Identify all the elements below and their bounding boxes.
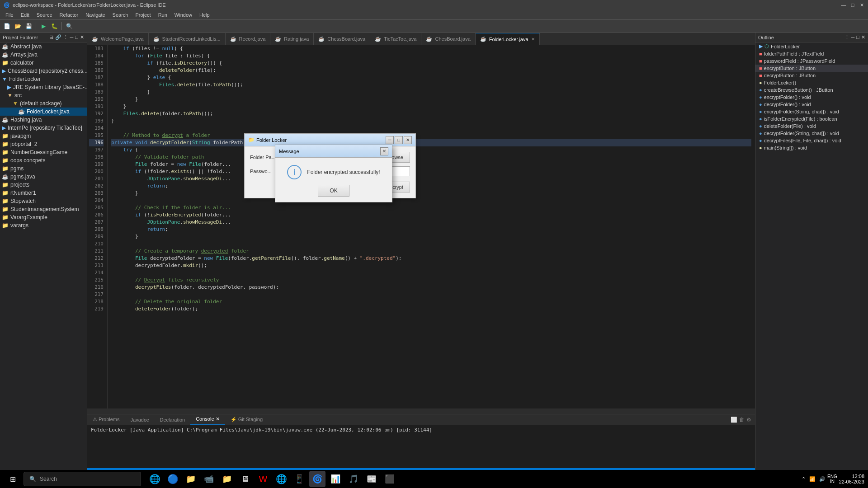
- tree-chessboard[interactable]: ▶ ChessBoard [repository2 chess...: [0, 67, 87, 75]
- menu-refactor[interactable]: Refactor: [56, 11, 82, 19]
- menu-search[interactable]: Search: [109, 11, 132, 19]
- taskbar-app-12[interactable]: 📰: [363, 471, 380, 487]
- outline-method-decrypt2[interactable]: ● decryptFolder(String, char[]) : void: [755, 130, 868, 137]
- link-icon[interactable]: 🔗: [55, 34, 61, 40]
- tree-folderlocker[interactable]: ▼ FolderLocker: [0, 75, 87, 83]
- start-button[interactable]: ⊞: [4, 472, 22, 486]
- console-settings-icon[interactable]: ⚙: [746, 417, 751, 423]
- tab-folderlocker[interactable]: ☕FolderLocker.java ✕: [476, 33, 540, 45]
- menu-file[interactable]: File: [2, 11, 17, 19]
- horizontal-scrollbar[interactable]: [87, 408, 755, 414]
- tree-numberguessinggame[interactable]: 📁 NumberGuessingGame: [0, 148, 87, 156]
- tree-src[interactable]: ▼ src: [0, 91, 87, 99]
- tab-record[interactable]: ☕Record.java: [226, 33, 271, 45]
- taskbar-search[interactable]: 🔍 Search: [24, 472, 141, 486]
- tab-tictactoe[interactable]: ☕TicTacToe.java: [370, 33, 421, 45]
- panel-menu-icon[interactable]: ⋮: [63, 34, 68, 40]
- outline-class-folderlocker[interactable]: ▶ ⬡ FolderLocker: [755, 42, 868, 50]
- maximize-panel-icon[interactable]: □: [75, 34, 78, 40]
- code-editor[interactable]: 183184185 186187188 189190191 192193194 …: [87, 45, 755, 408]
- taskbar-clock[interactable]: 12:08 22-06-2023: [839, 474, 864, 484]
- taskbar-app-7[interactable]: W: [255, 471, 271, 487]
- taskbar-app-9[interactable]: 📱: [291, 471, 307, 487]
- taskbar-app-13[interactable]: ⬛: [382, 471, 398, 487]
- tab-welcomepage[interactable]: ☕WelcomePage.java: [87, 33, 149, 45]
- outline-method-isencrypted[interactable]: ● isFolderEncrypted(File) : boolean: [755, 115, 868, 122]
- console-toolbar-icon[interactable]: ⬜: [731, 417, 737, 423]
- outline-method-encrypt2[interactable]: ● encryptFolder(String, char[]) : void: [755, 108, 868, 115]
- close-button[interactable]: ✕: [859, 2, 864, 8]
- outline-close-icon[interactable]: ✕: [861, 34, 865, 40]
- outline-minimize-icon[interactable]: ─: [851, 34, 855, 40]
- collapse-icon[interactable]: ⊟: [49, 34, 53, 40]
- volume-icon[interactable]: 🔊: [819, 476, 826, 482]
- menu-help[interactable]: Help: [196, 11, 213, 19]
- chevron-icon[interactable]: ⌃: [802, 476, 806, 482]
- tree-abstract-java[interactable]: ☕ Abstract.java: [0, 42, 87, 51]
- tab-close-folderlocker[interactable]: ✕: [531, 37, 535, 42]
- outline-method-decryptfiles[interactable]: ● decryptFiles(File, File, char[]) : voi…: [755, 137, 868, 144]
- fl-maximize-btn[interactable]: □: [395, 136, 403, 144]
- tab-javadoc[interactable]: Javadoc: [125, 414, 155, 425]
- network-icon[interactable]: 📶: [809, 476, 816, 482]
- tree-studentmanagement[interactable]: 📁 StudentmanagementSystem: [0, 205, 87, 213]
- outline-field-password[interactable]: ■ passwordField : JPasswordField: [755, 57, 868, 65]
- save-button[interactable]: 💾: [24, 21, 33, 31]
- new-button[interactable]: 📄: [2, 21, 12, 31]
- tree-rtnumber1[interactable]: 📁 rtNumber1: [0, 189, 87, 197]
- open-button[interactable]: 📂: [13, 21, 23, 31]
- tree-pgms-java[interactable]: ☕ pgms.java: [0, 173, 87, 181]
- tab-problems[interactable]: ⚠ Problems: [87, 414, 125, 425]
- tree-javapgm[interactable]: 📁 javapgm: [0, 132, 87, 140]
- taskbar-app-4[interactable]: 📹: [201, 471, 217, 487]
- console-clear-icon[interactable]: 🗑: [739, 417, 745, 423]
- debug-button[interactable]: 🐛: [49, 21, 59, 31]
- search-toolbar-button[interactable]: 🔍: [64, 21, 74, 31]
- outline-field-encrypt[interactable]: ■ encryptButton : JButton: [755, 65, 868, 72]
- outline-method-deletefolder[interactable]: ● deleteFolder(File) : void: [755, 122, 868, 130]
- taskbar-app-1[interactable]: 🌐: [146, 471, 163, 487]
- tree-projects[interactable]: 📁 projects: [0, 181, 87, 189]
- tree-folderlocker-java[interactable]: ☕ FolderLocker.java: [0, 108, 87, 116]
- taskbar-app-11[interactable]: 🎵: [345, 471, 362, 487]
- tree-jre-library[interactable]: ▶ JRE System Library [JavaSE-...: [0, 83, 87, 91]
- tree-varargexample[interactable]: 📁 VarargExample: [0, 213, 87, 221]
- tab-chesboard[interactable]: ☕ChesBoard.java: [421, 33, 475, 45]
- outline-method-decrypt1[interactable]: ● decryptFolder() : void: [755, 101, 868, 108]
- outline-method-main[interactable]: ● main(String[]) : void: [755, 144, 868, 151]
- taskbar-app-2[interactable]: 🔵: [165, 471, 181, 487]
- tree-hashing[interactable]: ☕ Hashing.java: [0, 116, 87, 124]
- tree-varargs[interactable]: 📁 varargs: [0, 221, 87, 230]
- tab-rating[interactable]: ☕Rating.java: [270, 33, 314, 45]
- fl-minimize-btn[interactable]: ─: [386, 136, 394, 144]
- run-button[interactable]: ▶: [38, 21, 48, 31]
- tree-jobportal[interactable]: 📁 jobportal_2: [0, 140, 87, 148]
- outline-method-encrypt1[interactable]: ● encryptFolder() : void: [755, 94, 868, 101]
- menu-edit[interactable]: Edit: [17, 11, 33, 19]
- outline-maximize-icon[interactable]: □: [856, 34, 859, 40]
- taskbar-app-5[interactable]: 📁: [219, 471, 235, 487]
- tree-calculator[interactable]: 📁 calculator: [0, 59, 87, 67]
- outline-method-browse[interactable]: ● createBrowseButton() : JButton: [755, 86, 868, 94]
- taskbar-app-6[interactable]: 🖥: [237, 471, 253, 487]
- close-panel-icon[interactable]: ✕: [80, 34, 84, 40]
- tab-declaration[interactable]: Declaration: [155, 414, 191, 425]
- taskbar-app-3[interactable]: 📁: [183, 471, 199, 487]
- menu-source[interactable]: Source: [33, 11, 56, 19]
- tree-arrays-java[interactable]: ☕ Arrays.java: [0, 51, 87, 59]
- tab-studentrecord[interactable]: ☕StudentRecordLinkedLis...: [149, 33, 226, 45]
- language-indicator[interactable]: ENGIN: [827, 474, 837, 484]
- tree-default-package[interactable]: ▼ (default package): [0, 99, 87, 108]
- message-dialog-close-btn[interactable]: ✕: [380, 147, 388, 155]
- tree-internpe[interactable]: ▶ InternPe [repository TicTacToe]: [0, 124, 87, 132]
- outline-constructor[interactable]: ● FolderLocker(): [755, 79, 868, 86]
- outline-field-folderpath[interactable]: ■ folderPathField : JTextField: [755, 50, 868, 57]
- tab-console[interactable]: Console ✕: [190, 414, 225, 425]
- taskbar-app-10[interactable]: 📊: [327, 471, 344, 487]
- minimize-panel-icon[interactable]: ─: [70, 34, 74, 40]
- code-content[interactable]: if (files != null) { for (File file : fi…: [108, 45, 755, 408]
- tree-stopwatch[interactable]: 📁 Stopwatch: [0, 197, 87, 205]
- tree-oops[interactable]: 📁 oops concpets: [0, 156, 87, 164]
- fl-close-btn[interactable]: ✕: [404, 136, 412, 144]
- maximize-button[interactable]: □: [850, 2, 855, 8]
